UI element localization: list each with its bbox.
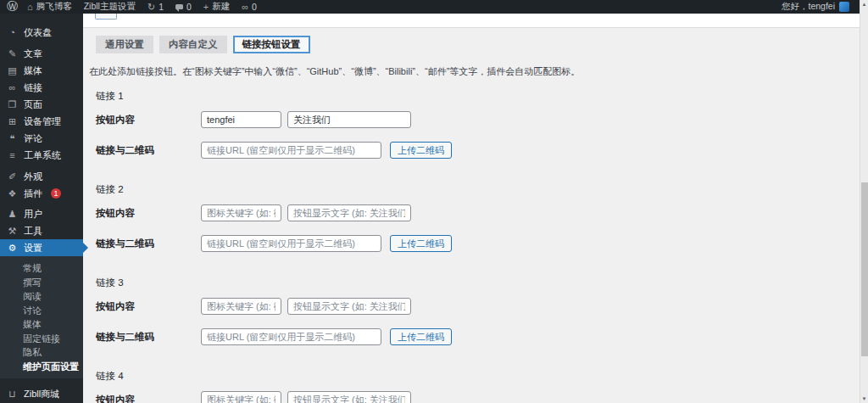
store-icon: ⊔ <box>7 389 18 400</box>
button-content-label: 按钮内容 <box>96 207 201 220</box>
sidebar-item-tools[interactable]: ⚒ 工具 <box>0 222 83 239</box>
tab-content-customization[interactable]: 内容自定义 <box>159 36 227 53</box>
main-content: 通用设置 内容自定义 链接按钮设置 在此处添加链接按钮。在“图标关键字”中输入“… <box>83 14 860 403</box>
icon-keyword-input[interactable] <box>201 298 281 315</box>
plus-icon: + <box>203 0 209 14</box>
sidebar-item-label: 用户 <box>24 208 42 221</box>
sidebar-item-appearance[interactable]: ✐ 外观 <box>0 168 83 185</box>
avatar <box>839 2 849 12</box>
comment-bubble-icon <box>175 4 183 9</box>
adminbar-new[interactable]: + 新建 <box>198 0 236 14</box>
tab-general-settings[interactable]: 通用设置 <box>96 36 153 53</box>
sidebar-item-settings[interactable]: ⚙ 设置 <box>0 239 83 256</box>
sidebar-item-ticket-system[interactable]: ≡ 工单系统 <box>0 147 83 164</box>
sidebar-item-users[interactable]: ♟ 用户 <box>0 205 83 222</box>
new-label: 新建 <box>212 1 230 13</box>
link-section-title: 链接 2 <box>96 184 860 195</box>
link-section-title: 链接 1 <box>96 91 860 102</box>
submenu-item-discussion[interactable]: 讨论 <box>0 304 83 318</box>
users-icon: ♟ <box>7 209 18 220</box>
button-content-label: 按钮内容 <box>96 114 201 126</box>
button-text-input[interactable] <box>287 391 411 403</box>
submenu-item-general[interactable]: 常规 <box>0 261 83 276</box>
submenu-item-writing[interactable]: 撰写 <box>0 276 83 290</box>
sidebar-item-dashboard[interactable]: ◔ 仪表盘 <box>0 24 83 41</box>
home-icon: ⌂ <box>27 0 33 14</box>
link-qr-row: 链接与二维码 上传二维码 <box>96 142 860 159</box>
button-content-row: 按钮内容 <box>96 391 860 403</box>
submenu-item-privacy[interactable]: 隐私 <box>0 345 83 360</box>
device-management-icon: ⊞ <box>7 116 18 127</box>
submenu-item-media[interactable]: 媒体 <box>0 317 83 332</box>
comments-count: 0 <box>186 2 192 12</box>
wordpress-logo-icon[interactable]: Ⓦ <box>3 0 21 14</box>
link-section-title: 链接 3 <box>96 277 860 288</box>
sidebar-item-comments[interactable]: ❝ 评论 <box>0 130 83 147</box>
link-url-input[interactable] <box>201 328 381 345</box>
scrolled-panel-edge <box>83 14 860 28</box>
submenu-item-reading[interactable]: 阅读 <box>0 289 83 304</box>
button-text-input[interactable] <box>287 204 411 221</box>
adminbar-links[interactable]: ∞ 0 <box>236 0 263 14</box>
icon-keyword-input[interactable] <box>201 204 281 221</box>
link-url-input[interactable] <box>201 235 381 252</box>
adminbar-account[interactable]: 您好，tengfei <box>782 1 856 13</box>
posts-icon: ✎ <box>7 48 18 59</box>
link-qr-label: 链接与二维码 <box>96 331 201 344</box>
pages-icon: ❐ <box>7 99 18 110</box>
link-qr-label: 链接与二维码 <box>96 238 201 250</box>
tab-link-button-settings[interactable]: 链接按钮设置 <box>233 36 310 53</box>
button-content-label: 按钮内容 <box>96 394 201 403</box>
sidebar-item-links[interactable]: ∞ 链接 <box>0 79 83 96</box>
sidebar-item-device-management[interactable]: ⊞ 设备管理 <box>0 113 83 130</box>
admin-menu: ◔ 仪表盘 ✎ 文章 ▤ 媒体 ∞ 链接 ❐ 页面 ⊞ 设备管理 ❝ 评论 ≡ … <box>0 14 83 403</box>
sidebar-item-label: 链接 <box>24 81 42 94</box>
scrollbar-down-arrow[interactable]: ▼ <box>860 396 868 401</box>
comments-icon: ❝ <box>7 133 18 144</box>
settings-tabs: 通用设置 内容自定义 链接按钮设置 <box>96 36 860 53</box>
appearance-icon: ✐ <box>7 171 18 182</box>
link-url-input[interactable] <box>201 142 381 159</box>
button-content-label: 按钮内容 <box>96 300 201 313</box>
icon-keyword-input[interactable] <box>201 111 281 128</box>
partial-button-cut-off[interactable] <box>95 14 117 20</box>
icon-keyword-input[interactable] <box>201 391 281 403</box>
settings-icon: ⚙ <box>7 243 18 254</box>
submenu-item-permalinks[interactable]: 固定链接 <box>0 332 83 346</box>
adminbar-comments[interactable]: 0 <box>170 0 198 14</box>
sidebar-item-label: 工单系统 <box>24 149 61 162</box>
submenu-item-maintenance-page-settings[interactable]: 维护页面设置 <box>0 360 83 374</box>
scrollbar-up-arrow[interactable]: ▲ <box>860 2 868 7</box>
dashboard-icon: ◔ <box>7 27 18 37</box>
link-qr-row: 链接与二维码 上传二维码 <box>96 235 860 252</box>
button-text-input[interactable] <box>287 111 411 128</box>
adminbar-updates[interactable]: ↻ 1 <box>142 0 170 14</box>
settings-submenu: 常规 撰写 阅读 讨论 媒体 固定链接 隐私 维护页面设置 <box>0 256 83 378</box>
chain-icon: ∞ <box>242 0 248 14</box>
sidebar-item-posts[interactable]: ✎ 文章 <box>0 45 83 62</box>
sidebar-item-plugins[interactable]: ❖ 插件 1 <box>0 185 83 202</box>
button-content-row: 按钮内容 <box>96 204 860 221</box>
sidebar-item-media[interactable]: ▤ 媒体 <box>0 62 83 79</box>
sidebar-item-pages[interactable]: ❐ 页面 <box>0 96 83 113</box>
links-icon: ∞ <box>7 82 18 92</box>
links-count: 0 <box>252 2 257 12</box>
button-text-input[interactable] <box>287 298 411 315</box>
greeting: 您好，tengfei <box>782 1 835 13</box>
link-qr-label: 链接与二维码 <box>96 144 201 157</box>
sidebar-item-label: 页面 <box>24 98 42 111</box>
upload-qr-button[interactable]: 上传二维码 <box>390 235 452 252</box>
sidebar-item-zibll-store[interactable]: ⊔ Zibll商城 <box>0 385 83 402</box>
sidebar-item-label: 插件 <box>24 188 42 200</box>
updates-icon: ↻ <box>147 0 155 14</box>
adminbar-theme-settings-link[interactable]: Zibll主题设置 <box>78 0 142 14</box>
upload-qr-button[interactable]: 上传二维码 <box>390 328 452 345</box>
section-description: 在此处添加链接按钮。在“图标关键字”中输入“微信”、“GitHub”、“微博”、… <box>89 66 860 77</box>
sidebar-item-label: 设备管理 <box>24 115 61 128</box>
scrollbar-thumb[interactable] <box>861 182 868 356</box>
page-scrollbar: ▲ ▼ <box>860 0 868 403</box>
sidebar-item-label: 设置 <box>24 242 42 255</box>
upload-qr-button[interactable]: 上传二维码 <box>390 142 452 159</box>
sidebar-item-label: 媒体 <box>24 64 42 77</box>
adminbar-site-link[interactable]: ⌂ 腾飞博客 <box>21 0 78 14</box>
